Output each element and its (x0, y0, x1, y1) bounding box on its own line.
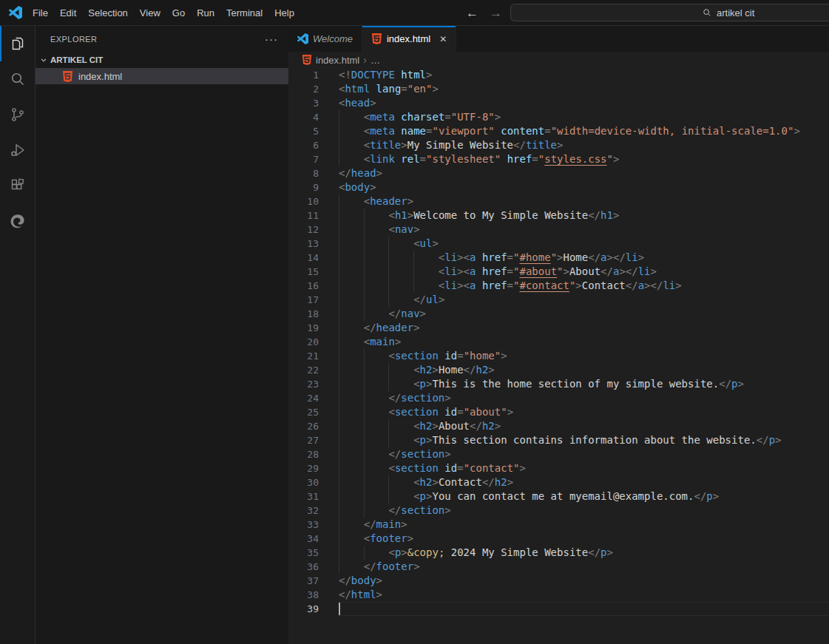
indent-guide (388, 377, 389, 391)
code-line[interactable]: 34 <footer> (288, 532, 829, 546)
breadcrumb[interactable]: index.html › … (288, 52, 829, 68)
code-line[interactable]: 38</html> (288, 588, 829, 602)
activity-bar-item-edge-tools[interactable] (0, 203, 35, 239)
code-line[interactable]: 8</head> (288, 166, 829, 180)
code-line[interactable]: 15 <li><a href="#about">About</a></li> (288, 265, 829, 279)
code-line[interactable]: 6 <title>My Simple Website</title> (288, 138, 829, 152)
indent-guide (364, 433, 365, 447)
activity-bar-item-source-control[interactable] (0, 97, 35, 132)
code-line[interactable]: 11 <h1>Welcome to My Simple Website</h1> (288, 209, 829, 223)
search-icon (702, 7, 712, 18)
tab-index-html[interactable]: index.html✕ (362, 26, 456, 52)
line-number: 18 (288, 307, 319, 321)
activity-bar-item-extensions[interactable] (0, 168, 35, 203)
code-line[interactable]: 30 <h2>Contact</h2> (288, 475, 829, 489)
line-text: </head> (339, 166, 829, 180)
line-number: 19 (288, 321, 319, 335)
activity-bar-item-search[interactable] (0, 61, 35, 97)
menu-item-file[interactable]: File (27, 0, 54, 25)
indent-guide (413, 251, 414, 265)
code-line[interactable]: 39 (288, 602, 829, 616)
line-number: 7 (288, 152, 319, 166)
menu-item-run[interactable]: Run (191, 0, 220, 25)
command-center-search[interactable]: artikel cit (510, 4, 829, 21)
line-number: 16 (288, 279, 319, 293)
indent-guide (339, 223, 339, 237)
indent-guide (339, 433, 339, 447)
code-line[interactable]: 33 </main> (288, 518, 829, 532)
line-text: <html lang="en"> (339, 82, 829, 96)
code-line[interactable]: 32 </section> (288, 504, 829, 518)
code-line[interactable]: 25 <section id="about"> (288, 405, 829, 419)
menu-item-selection[interactable]: Selection (82, 0, 133, 25)
code-line[interactable]: 31 <p>You can contact me at myemail@exam… (288, 489, 829, 504)
code-line[interactable]: 23 <p>This is the home section of my sim… (288, 377, 829, 391)
code-line[interactable]: 35 <p>&copy; 2024 My Simple Website</p> (288, 546, 829, 560)
code-line[interactable]: 24 </section> (288, 391, 829, 405)
code-line[interactable]: 16 <li><a href="#contact">Contact</a></l… (288, 279, 829, 293)
indent-guide (364, 447, 365, 461)
code-line[interactable]: 29 <section id="contact"> (288, 461, 829, 475)
indent-guide (339, 504, 339, 518)
code-line[interactable]: 1<!DOCTYPE html> (288, 68, 829, 82)
indent-guide (339, 546, 339, 560)
indent-guide (364, 489, 365, 504)
line-number: 25 (288, 405, 319, 419)
code-line[interactable]: 9<body> (288, 180, 829, 194)
code-line[interactable]: 18 </nav> (288, 307, 829, 321)
code-line[interactable]: 21 <section id="home"> (288, 349, 829, 363)
code-line[interactable]: 20 <main> (288, 335, 829, 349)
indent-guide (364, 251, 365, 265)
code-line[interactable]: 14 <li><a href="#home">Home</a></li> (288, 251, 829, 265)
forward-icon[interactable]: → (490, 0, 502, 26)
indent-guide (364, 391, 365, 405)
code-line[interactable]: 19 </header> (288, 321, 829, 335)
line-number: 26 (288, 419, 319, 433)
ellipsis-icon[interactable]: ··· (265, 33, 278, 45)
line-text: <h2>Home</h2> (339, 363, 829, 377)
code-line[interactable]: 7 <link rel="stylesheet" href="styles.cs… (288, 152, 829, 166)
code-line[interactable]: 12 <nav> (288, 223, 829, 237)
file-item-index.html[interactable]: index.html (35, 68, 288, 84)
indent-guide (339, 447, 339, 461)
back-icon[interactable]: ← (466, 0, 478, 26)
tab-welcome[interactable]: Welcome (288, 26, 362, 52)
code-line[interactable]: 10 <header> (288, 194, 829, 209)
code-line[interactable]: 17 </ul> (288, 293, 829, 307)
menu-item-go[interactable]: Go (166, 0, 191, 25)
menu-item-edit[interactable]: Edit (54, 0, 82, 25)
activity-bar-item-explorer[interactable] (0, 26, 35, 61)
breadcrumb-more[interactable]: … (370, 55, 380, 66)
line-number: 15 (288, 265, 319, 279)
menu-item-view[interactable]: View (134, 0, 166, 25)
line-number: 23 (288, 377, 319, 391)
code-line[interactable]: 2<html lang="en"> (288, 82, 829, 96)
code-line[interactable]: 28 </section> (288, 447, 829, 461)
code-line[interactable]: 37</body> (288, 574, 829, 588)
line-text: </body> (339, 574, 829, 588)
indent-guide (364, 405, 365, 419)
code-line[interactable]: 36 </footer> (288, 560, 829, 574)
code-line[interactable]: 27 <p>This section contains information … (288, 433, 829, 447)
vscode-logo-icon (9, 6, 22, 19)
line-number: 3 (288, 96, 319, 110)
sidebar-folder-artikel-cit[interactable]: ARTIKEL CIT (35, 52, 288, 68)
indent-guide (388, 237, 389, 251)
menu-item-help[interactable]: Help (268, 0, 300, 25)
line-text: <link rel="stylesheet" href="styles.css"… (339, 152, 829, 166)
html5-icon (371, 33, 382, 44)
code-line[interactable]: 4 <meta charset="UTF-8"> (288, 110, 829, 124)
line-text: <h1>Welcome to My Simple Website</h1> (339, 209, 829, 223)
breadcrumb-file[interactable]: index.html (316, 55, 359, 66)
close-icon[interactable]: ✕ (439, 34, 447, 44)
code-line[interactable]: 22 <h2>Home</h2> (288, 363, 829, 377)
code-line[interactable]: 5 <meta name="viewport" content="width=d… (288, 124, 829, 138)
code-editor[interactable]: 1<!DOCTYPE html>2<html lang="en">3<head>… (288, 68, 829, 644)
code-line[interactable]: 3<head> (288, 96, 829, 110)
code-line[interactable]: 26 <h2>About</h2> (288, 419, 829, 433)
code-line[interactable]: 13 <ul> (288, 237, 829, 251)
line-number: 10 (288, 194, 319, 209)
indent-guide (339, 475, 339, 489)
activity-bar-item-run-debug[interactable] (0, 132, 35, 168)
menu-item-terminal[interactable]: Terminal (220, 0, 268, 25)
